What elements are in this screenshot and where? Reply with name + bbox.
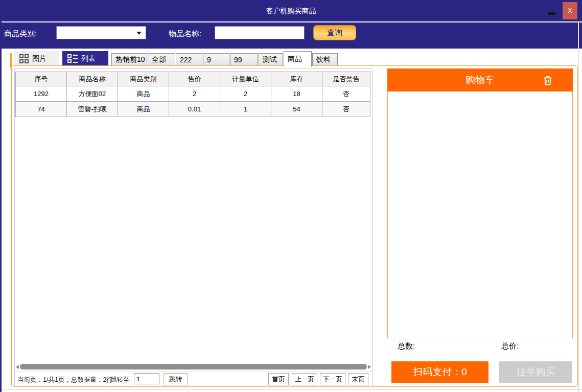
window-left-border bbox=[0, 0, 2, 392]
tab-picture-view[interactable]: 图片 bbox=[14, 51, 59, 66]
table-cell[interactable]: 74 bbox=[16, 102, 67, 117]
table-cell[interactable]: 18 bbox=[271, 86, 322, 102]
query-button[interactable]: 查询 bbox=[313, 25, 356, 40]
title-bar: 客户机购买商品 bbox=[0, 0, 582, 21]
product-table: 序号 商品名称 商品类别 售价 计量单位 库存 是否禁售 1292 方便面02 … bbox=[15, 72, 371, 117]
total-price-label: 总价: bbox=[501, 341, 519, 351]
table-cell[interactable]: 否 bbox=[322, 102, 370, 117]
jump-button[interactable]: 跳转 bbox=[164, 373, 188, 385]
scan-pay-button[interactable]: 扫码支付：0 bbox=[391, 361, 488, 383]
category-tab-goods[interactable]: 商品 bbox=[284, 51, 312, 67]
list-icon bbox=[67, 54, 78, 63]
last-page-button[interactable]: 末页 bbox=[348, 373, 368, 385]
col-header: 序号 bbox=[16, 72, 67, 86]
cart-header: 购物车 bbox=[387, 68, 573, 91]
search-bar: 商品类别: 物品名称: 查询 bbox=[0, 22, 582, 49]
category-tab-all[interactable]: 全部 bbox=[148, 53, 175, 66]
first-page-button[interactable]: 首页 bbox=[268, 373, 289, 385]
grid-icon bbox=[19, 54, 29, 63]
category-dropdown[interactable] bbox=[56, 26, 146, 39]
total-count-label: 总数: bbox=[398, 341, 415, 351]
jump-to-label: 跳转至 bbox=[110, 376, 130, 384]
table-cell[interactable]: 商品 bbox=[118, 102, 169, 117]
window-right-border bbox=[578, 21, 579, 392]
jump-page-input[interactable] bbox=[134, 373, 159, 384]
col-header: 售价 bbox=[169, 72, 220, 86]
table-cell[interactable]: 否 bbox=[322, 86, 370, 102]
tab-list-label: 列表 bbox=[81, 54, 96, 63]
tab-list-view[interactable]: 列表 bbox=[62, 51, 108, 66]
table-cell[interactable]: 1 bbox=[220, 102, 271, 117]
page-title: 客户机购买商品 bbox=[0, 0, 582, 21]
col-header: 库存 bbox=[271, 72, 322, 86]
cart-items-area bbox=[387, 91, 573, 338]
table-cell[interactable]: 商品 bbox=[118, 86, 169, 102]
window-bottom-border bbox=[0, 389, 582, 390]
col-header: 商品名称 bbox=[67, 72, 118, 86]
category-tab-drinks[interactable]: 饮料 bbox=[312, 53, 338, 66]
table-cell[interactable]: 0.01 bbox=[169, 102, 220, 117]
chevron-down-icon bbox=[136, 32, 142, 35]
category-tab-hot10[interactable]: 热销前10 bbox=[111, 53, 147, 66]
cart-footer-divider bbox=[391, 355, 570, 355]
hold-order-button[interactable]: 挂单购买 bbox=[499, 361, 572, 383]
table-cell[interactable]: 2 bbox=[220, 86, 271, 102]
horizontal-scrollbar[interactable] bbox=[15, 364, 371, 370]
pagination-status: 当前页：1/共1页；总数据量：2行 bbox=[17, 376, 113, 384]
category-tab-9[interactable]: 9 bbox=[203, 53, 229, 66]
scroll-right-icon[interactable] bbox=[368, 365, 371, 369]
col-header: 商品类别 bbox=[118, 72, 169, 86]
col-header: 计量单位 bbox=[220, 72, 271, 86]
scrollbar-thumb[interactable] bbox=[20, 364, 367, 370]
pagination-bar: 当前页：1/共1页；总数据量：2行 跳转至 跳转 首页 上一页 下一页 末页 bbox=[15, 372, 372, 386]
item-name-input[interactable] bbox=[215, 26, 305, 39]
col-header: 是否禁售 bbox=[322, 72, 370, 86]
product-list-panel: 序号 商品名称 商品类别 售价 计量单位 库存 是否禁售 1292 方便面02 … bbox=[14, 68, 373, 386]
trash-icon[interactable] bbox=[542, 75, 553, 86]
category-tab-99[interactable]: 99 bbox=[230, 53, 258, 66]
scroll-left-icon[interactable] bbox=[16, 365, 19, 369]
table-cell[interactable]: 1292 bbox=[16, 86, 67, 102]
next-page-button[interactable]: 下一页 bbox=[320, 373, 345, 385]
item-name-label: 物品名称: bbox=[169, 29, 201, 39]
category-tab-222[interactable]: 222 bbox=[176, 53, 202, 66]
category-tab-test[interactable]: 测试 bbox=[259, 53, 283, 66]
tab-picture-label: 图片 bbox=[32, 54, 46, 63]
close-button[interactable]: X bbox=[563, 2, 577, 19]
table-cell[interactable]: 54 bbox=[271, 102, 322, 117]
table-cell[interactable]: 2 bbox=[169, 86, 220, 102]
table-cell[interactable]: 雪碧-扫呗 bbox=[67, 102, 118, 117]
category-label: 商品类别: bbox=[4, 29, 37, 39]
table-cell[interactable]: 方便面02 bbox=[67, 86, 118, 102]
minimize-button[interactable] bbox=[548, 12, 555, 15]
window: 客户机购买商品 X 商品类别: 物品名称: 查询 图片 列表 热销前10 全部 … bbox=[0, 0, 582, 392]
prev-page-button[interactable]: 上一页 bbox=[292, 373, 317, 385]
